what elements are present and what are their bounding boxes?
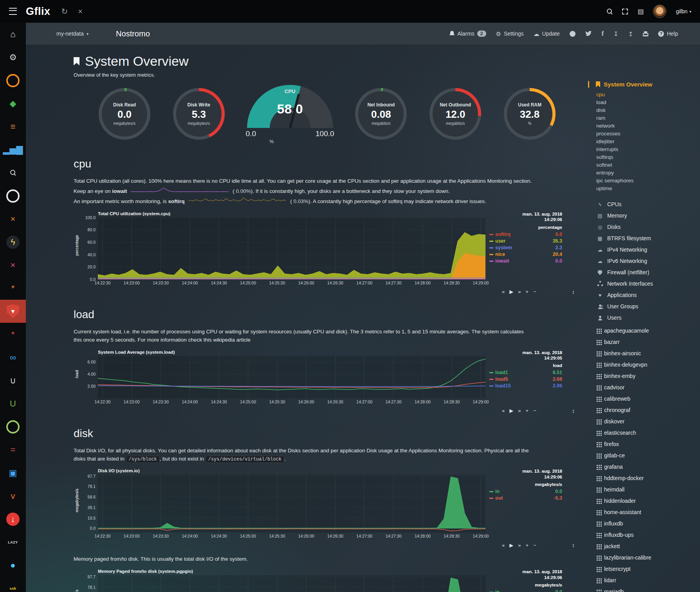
zoom-in-button[interactable]: + (525, 542, 529, 548)
menu-app-firefox[interactable]: firefox (596, 439, 700, 450)
menu-network-interfaces[interactable]: Network Interfaces (596, 278, 700, 290)
menu-users[interactable]: Users (596, 312, 700, 324)
pink-cross-app-shortcut[interactable]: × (0, 254, 26, 277)
menu-app-binhex-delugevpn[interactable]: binhex-delugevpn (596, 359, 700, 371)
red-flower-app-shortcut[interactable]: * (0, 323, 26, 346)
net-outbound-gauge[interactable]: Net Outbound12.0megabits/s (426, 88, 485, 140)
submenu-item-network[interactable]: network (596, 122, 700, 130)
download-snapshot-button[interactable]: ↧ (613, 31, 619, 37)
hamburger-menu-icon[interactable] (9, 8, 17, 15)
server-selector[interactable]: my-netdata ▾ (56, 31, 88, 37)
orange-cross-app-shortcut[interactable]: × (0, 207, 26, 230)
zoom-out-button[interactable]: − (533, 289, 536, 295)
menu-app-hiddenloader[interactable]: hiddenloader (596, 495, 700, 507)
cpu-gauge[interactable]: CPU58.00.0100.0% (244, 85, 336, 144)
forward-button[interactable]: » (518, 408, 521, 414)
resize-handle[interactable]: ↕ (572, 289, 575, 295)
submenu-item-uptime[interactable]: uptime (596, 185, 700, 193)
sabnzbd-app-shortcut[interactable]: sab (0, 577, 26, 592)
rewind-button[interactable]: « (502, 408, 505, 414)
submenu-item-ram[interactable]: ram (596, 114, 700, 122)
menu-app-influxdb[interactable]: influxdb (596, 518, 700, 529)
github-button[interactable] (570, 31, 576, 37)
menu-app-lazylibrarian-calibre[interactable]: lazylibrarian-calibre (596, 552, 700, 563)
menu-app-chronograf[interactable]: chronograf (596, 405, 700, 416)
menu-app-cadvisor[interactable]: cadvisor (596, 382, 700, 393)
net-inbound-gauge[interactable]: Net Inbound0.08megabits/s (352, 88, 410, 140)
fullscreen-icon[interactable] (622, 9, 628, 14)
menu-app-letsencrypt[interactable]: letsencrypt (596, 563, 700, 575)
submenu-item-ipc-semaphores[interactable]: ipc semaphores (596, 177, 700, 185)
refresh-icon[interactable]: ↻ (61, 7, 68, 16)
zoom-out-button[interactable]: − (533, 408, 536, 414)
gitlab-fox-app-shortcut[interactable]: v (0, 484, 26, 507)
white-ring-app-shortcut[interactable] (0, 184, 26, 207)
menu-memory[interactable]: ▤Memory (596, 210, 700, 221)
red-bars-app-shortcut[interactable]: = (0, 438, 26, 461)
equalizer-app-shortcut[interactable]: ▂▅▇ (0, 138, 26, 161)
menu-disks[interactable]: ◎Disks (596, 221, 700, 233)
zoom-in-button[interactable]: + (525, 289, 529, 295)
submenu-item-softirqs[interactable]: softirqs (596, 153, 700, 161)
submenu-item-processes[interactable]: processes (596, 130, 700, 138)
stacked-layers-app-shortcut[interactable]: ≡ (0, 115, 26, 138)
legend-entry-system[interactable]: system2.3 (489, 245, 562, 251)
avatar[interactable] (653, 5, 666, 18)
menu-ipv6-networking[interactable]: ☁IPv6 Networking (596, 256, 700, 267)
menu-cpus[interactable]: ϟCPUs (596, 199, 700, 210)
red-download-app-shortcut[interactable]: ↓ (0, 507, 26, 531)
menu-system-overview[interactable]: System Overview (588, 81, 700, 88)
menu-app-influxdb-ups[interactable]: influxdb-ups (596, 529, 700, 541)
zoom-in-button[interactable]: + (525, 408, 529, 414)
resize-handle[interactable]: ↕ (572, 542, 575, 548)
legend-entry-load5[interactable]: load52.68 (489, 376, 562, 383)
upload-snapshot-button[interactable]: ↥ (628, 31, 633, 37)
flame-app-shortcut[interactable]: * (0, 277, 26, 300)
reader-icon[interactable]: ▤ (637, 7, 644, 16)
menu-app-gitlab-ce[interactable]: gitlab-ce (596, 450, 700, 461)
facebook-button[interactable]: f (602, 30, 604, 37)
home-shortcut[interactable]: ⌂ (0, 23, 26, 46)
menu-ipv4-networking[interactable]: ☁IPv4 Networking (596, 244, 700, 256)
legend-entry-load1[interactable]: load16.51 (489, 369, 562, 376)
menu-app-bazarr[interactable]: bazarr (596, 336, 700, 348)
disk-read-gauge[interactable]: Disk Read0.0megabytes/s (95, 88, 154, 140)
red-shield-app-shortcut[interactable]: ▼ (0, 300, 26, 323)
disk-chart-canvas[interactable] (98, 475, 485, 533)
twitter-button[interactable] (585, 31, 592, 36)
green-ring-app-shortcut[interactable] (0, 415, 26, 438)
pgpgio-chart-canvas[interactable] (98, 575, 485, 592)
rewind-button[interactable]: « (502, 289, 505, 295)
close-icon[interactable]: × (78, 7, 83, 16)
blue-circles-app-shortcut[interactable]: ∞ (0, 346, 26, 369)
zoom-out-button[interactable]: − (533, 542, 536, 548)
menu-app-binhex-airsonic[interactable]: binhex-airsonic (596, 348, 700, 359)
legend-entry-iowait[interactable]: iowait0.0 (489, 258, 562, 265)
legend-entry-load15[interactable]: load152.06 (489, 383, 562, 389)
user-menu[interactable]: gilbn ▾ (676, 8, 691, 14)
resize-handle[interactable]: ↕ (572, 408, 575, 414)
settings-gear-shortcut[interactable]: ⚙ (0, 46, 26, 69)
menu-btrfs-filesystem[interactable]: ▦BTRFS filesystem (596, 233, 700, 244)
settings-button[interactable]: ⚙ Settings (496, 31, 524, 37)
submenu-item-interrupts[interactable]: interrupts (596, 146, 700, 153)
menu-app-mariadb[interactable]: mariadb (596, 586, 700, 592)
menu-app-lidarr[interactable]: lidarr (596, 575, 700, 586)
play-button[interactable]: ▶ (509, 408, 513, 414)
submenu-item-entropy[interactable]: entropy (596, 169, 700, 177)
menu-app-grafana[interactable]: grafana (596, 461, 700, 473)
alarms-button[interactable]: Alarms 2 (449, 31, 486, 37)
load-chart-canvas[interactable] (98, 356, 485, 398)
menu-app-binhex-emby[interactable]: binhex-emby (596, 371, 700, 382)
play-button[interactable]: ▶ (509, 542, 513, 548)
legend-entry-nice[interactable]: nice20.4 (489, 251, 562, 258)
submenu-item-cpu[interactable]: cpu (596, 91, 700, 99)
search-icon[interactable] (607, 9, 613, 14)
green-u-app-shortcut[interactable]: U (0, 392, 26, 415)
legend-entry-in[interactable]: in0.0 (489, 589, 562, 592)
print-button[interactable] (643, 31, 648, 36)
menu-app-jackett[interactable]: jackett (596, 541, 700, 552)
lightning-app-shortcut[interactable]: ϟ (0, 230, 26, 254)
rewind-button[interactable]: « (502, 542, 505, 548)
forward-button[interactable]: » (518, 542, 521, 548)
